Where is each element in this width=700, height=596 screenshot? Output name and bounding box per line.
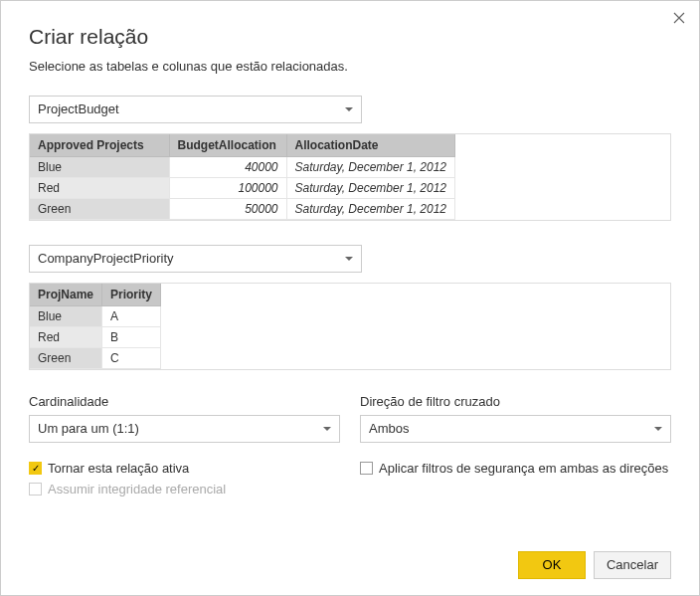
- create-relationship-dialog: Criar relação Selecione as tabelas e col…: [0, 0, 700, 596]
- chevron-down-icon: [345, 257, 353, 261]
- assume-ref-checkbox: Assumir integridade referencial: [29, 482, 340, 497]
- crossfilter-select[interactable]: Ambos: [360, 415, 671, 443]
- table-row: Red B: [30, 327, 161, 348]
- table2-select[interactable]: CompanyProjectPriority: [29, 245, 362, 273]
- checkbox-icon: [29, 483, 42, 496]
- table2-grid: ProjName Priority Blue A Red B Green C: [30, 284, 161, 369]
- table2-header: ProjName: [30, 284, 102, 306]
- chevron-down-icon: [345, 107, 353, 111]
- apply-security-checkbox[interactable]: Aplicar filtros de segurança em ambas as…: [360, 461, 671, 476]
- dialog-subtitle: Selecione as tabelas e colunas que estão…: [29, 59, 671, 74]
- cardinality-select[interactable]: Um para um (1:1): [29, 415, 340, 443]
- table-row: Green C: [30, 348, 161, 369]
- cancel-button[interactable]: Cancelar: [594, 551, 671, 579]
- cardinality-value: Um para um (1:1): [38, 421, 139, 436]
- table-row: Green 50000 Saturday, December 1, 2012: [30, 199, 455, 220]
- table-row: Blue A: [30, 306, 161, 327]
- table1-preview: Approved Projects BudgetAllocation Alloc…: [29, 133, 671, 221]
- table1-select[interactable]: ProjectBudget: [29, 96, 362, 123]
- table1-grid: Approved Projects BudgetAllocation Alloc…: [30, 134, 455, 220]
- table2-select-value: CompanyProjectPriority: [38, 251, 174, 266]
- dialog-title: Criar relação: [29, 25, 671, 49]
- chevron-down-icon: [654, 427, 662, 431]
- crossfilter-value: Ambos: [369, 421, 409, 436]
- close-icon[interactable]: [669, 9, 689, 29]
- table1-header: Approved Projects: [30, 134, 169, 157]
- table1-select-value: ProjectBudget: [38, 101, 119, 116]
- crossfilter-label: Direção de filtro cruzado: [360, 394, 671, 409]
- make-active-checkbox[interactable]: ✓ Tornar esta relação ativa: [29, 461, 340, 476]
- table-row: Red 100000 Saturday, December 1, 2012: [30, 178, 455, 199]
- options-row: Cardinalidade Um para um (1:1) ✓ Tornar …: [29, 394, 671, 502]
- table-row: Blue 40000 Saturday, December 1, 2012: [30, 157, 455, 178]
- table1-header: AllocationDate: [286, 134, 455, 157]
- chevron-down-icon: [323, 427, 331, 431]
- dialog-footer: OK Cancelar: [518, 551, 671, 579]
- table1-header: BudgetAllocation: [169, 134, 286, 157]
- cardinality-label: Cardinalidade: [29, 394, 340, 409]
- table2-header: Priority: [102, 284, 161, 306]
- ok-button[interactable]: OK: [518, 551, 586, 579]
- checkbox-icon: ✓: [29, 462, 42, 475]
- table2-preview: ProjName Priority Blue A Red B Green C: [29, 283, 671, 370]
- checkbox-icon: [360, 462, 373, 475]
